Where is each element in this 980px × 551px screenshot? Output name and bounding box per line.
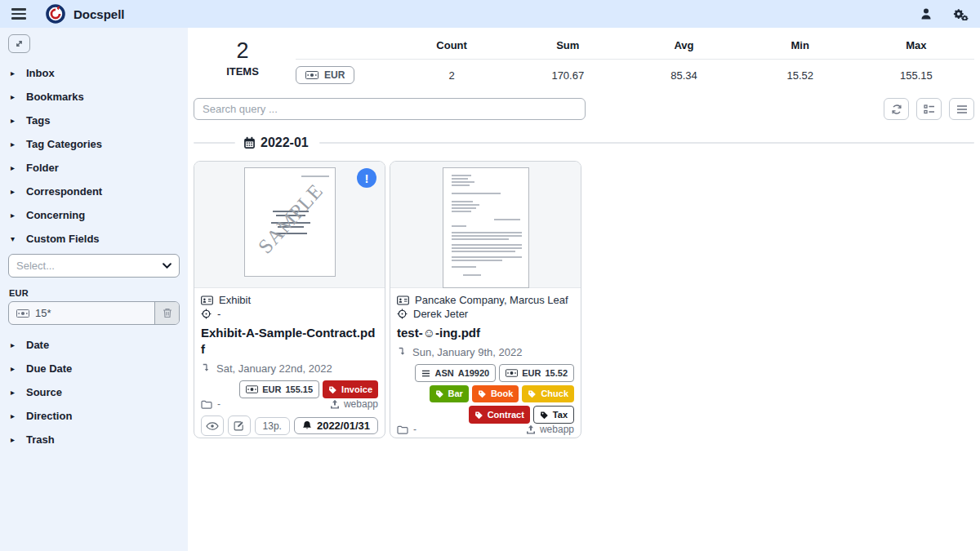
edit-button[interactable]	[228, 415, 251, 436]
money-bill-icon	[305, 71, 318, 79]
sidebar-item-custom-fields[interactable]: ▾Custom Fields	[0, 227, 188, 251]
expand-all-icon[interactable]	[8, 34, 30, 53]
main-content: 2 ITEMS Count Sum Avg Min Max EUR 2 170.…	[188, 28, 980, 551]
caret-right-icon: ▸	[11, 388, 26, 397]
custom-field-input-group	[8, 301, 180, 325]
item-name[interactable]: test-☺-ing.pdf	[397, 325, 574, 341]
document-preview: SAMPLE !	[194, 162, 385, 288]
select-placeholder: Select...	[16, 260, 55, 272]
card-actions: 13p. 2022/01/31	[201, 415, 378, 436]
address-card-icon	[201, 295, 213, 305]
correspondent-line[interactable]: Pancake Company, Marcus Leaf	[397, 293, 574, 307]
sidebar-item-inbox[interactable]: ▸Inbox	[0, 61, 188, 85]
upload-icon	[330, 399, 340, 409]
address-card-icon	[397, 295, 409, 305]
caret-right-icon: ▸	[11, 435, 26, 444]
bell-icon	[302, 420, 312, 431]
sidebar-item-tags[interactable]: ▸Tags	[0, 109, 188, 132]
due-date-badge: 2022/01/31	[294, 417, 378, 434]
crosshair-icon	[201, 309, 212, 319]
list-view-button[interactable]	[949, 98, 974, 120]
chevron-down-icon	[163, 263, 172, 269]
money-bill-icon	[16, 309, 29, 318]
source-value: webapp	[344, 398, 378, 410]
item-name[interactable]: Exhibit-A-Sample-Contract.pdf	[201, 325, 378, 358]
item-card[interactable]: SAMPLE ! Exhib	[194, 161, 385, 438]
col-count: Count	[394, 36, 510, 60]
sidebar-item-date[interactable]: ▸Date	[0, 333, 188, 357]
tag-badge[interactable]: Contract	[469, 406, 530, 424]
custom-field-select[interactable]: Select...	[8, 254, 180, 278]
folder-value: -	[413, 424, 416, 435]
col-sum: Sum	[510, 36, 626, 60]
badge-row: EUR 155.15 Invoice	[201, 380, 378, 399]
select-mode-button[interactable]	[916, 98, 942, 120]
crosshair-icon	[397, 309, 408, 319]
caret-right-icon: ▸	[11, 340, 26, 349]
amount-badge: EUR 15.52	[499, 364, 574, 383]
sidebar-item-tag-categories[interactable]: ▸Tag Categories	[0, 132, 188, 156]
currency-filter-button[interactable]: EUR	[296, 66, 354, 84]
items-label: ITEMS	[194, 65, 292, 78]
tag-badge[interactable]: Bar	[430, 385, 469, 402]
caret-right-icon: ▸	[11, 116, 26, 125]
caret-right-icon: ▸	[11, 211, 26, 220]
caret-right-icon: ▸	[11, 92, 26, 101]
stat-count: 2	[394, 60, 510, 84]
item-date-line: Sun, January 9th, 2022	[397, 346, 574, 358]
tag-badge[interactable]: Tax	[533, 406, 574, 424]
arrow-down-icon	[201, 363, 210, 373]
custom-field-label: EUR	[9, 288, 180, 298]
menu-icon[interactable]	[11, 8, 26, 20]
calendar-icon	[243, 136, 256, 149]
stat-sum: 170.67	[510, 60, 626, 84]
sidebar-item-direction[interactable]: ▸Direction	[0, 404, 188, 428]
summary-stats: 2 ITEMS Count Sum Avg Min Max EUR 2 170.…	[194, 36, 974, 84]
item-cards: SAMPLE ! Exhib	[194, 161, 974, 438]
refresh-button[interactable]	[884, 98, 909, 120]
asn-badge: ASN A19920	[415, 364, 496, 383]
caret-right-icon: ▸	[11, 187, 26, 196]
search-input[interactable]	[194, 98, 586, 120]
sidebar-item-bookmarks[interactable]: ▸Bookmarks	[0, 85, 188, 109]
source-value: webapp	[540, 424, 574, 435]
concerning-line[interactable]: Derek Jeter	[397, 307, 574, 321]
page-count-badge: 13p.	[255, 417, 290, 435]
month-label: 2022-01	[261, 136, 309, 150]
stat-min: 15.52	[742, 60, 858, 84]
month-group-header: 2022-01	[194, 135, 974, 151]
item-date-line: Sat, January 22nd, 2022	[201, 362, 378, 375]
folder-icon	[201, 400, 212, 409]
folder-source-row: - webapp	[201, 398, 378, 410]
amount-badge: EUR 155.15	[239, 380, 319, 399]
search-bar	[194, 98, 974, 120]
caret-right-icon: ▸	[11, 364, 26, 373]
correspondent-line[interactable]: Exhibit	[201, 293, 378, 307]
col-min: Min	[742, 36, 858, 60]
concerning-line[interactable]: -	[201, 307, 378, 321]
sidebar-item-folder[interactable]: ▸Folder	[0, 156, 188, 180]
sidebar-item-due-date[interactable]: ▸Due Date	[0, 357, 188, 380]
sidebar-item-source[interactable]: ▸Source	[0, 380, 188, 404]
user-icon[interactable]	[920, 7, 933, 20]
col-avg: Avg	[626, 36, 742, 60]
sidebar-item-trash[interactable]: ▸Trash	[0, 428, 188, 451]
gears-icon[interactable]	[952, 7, 969, 20]
stat-max: 155.15	[858, 60, 974, 84]
preview-eye-button[interactable]	[201, 415, 224, 436]
folder-value: -	[217, 398, 220, 410]
info-icon[interactable]: !	[357, 168, 376, 188]
item-card[interactable]: Pancake Company, Marcus Leaf Derek Jeter…	[390, 161, 581, 438]
tag-badge[interactable]: Invoice	[323, 380, 378, 399]
tag-badge[interactable]: Book	[472, 385, 519, 402]
trash-icon[interactable]	[154, 302, 179, 324]
tag-badge[interactable]: Chuck	[522, 385, 574, 402]
sidebar-item-correspondent[interactable]: ▸Correspondent	[0, 180, 188, 203]
filter-sidebar: ▸Inbox ▸Bookmarks ▸Tags ▸Tag Categories …	[0, 28, 188, 551]
stat-avg: 85.34	[626, 60, 742, 84]
sample-watermark: SAMPLE	[252, 179, 328, 260]
custom-field-value-input[interactable]	[35, 307, 133, 319]
folder-source-row: - webapp	[397, 424, 574, 435]
badge-row: ASN A19920 EUR 15.52 Bar	[397, 364, 574, 424]
sidebar-item-concerning[interactable]: ▸Concerning	[0, 203, 188, 227]
